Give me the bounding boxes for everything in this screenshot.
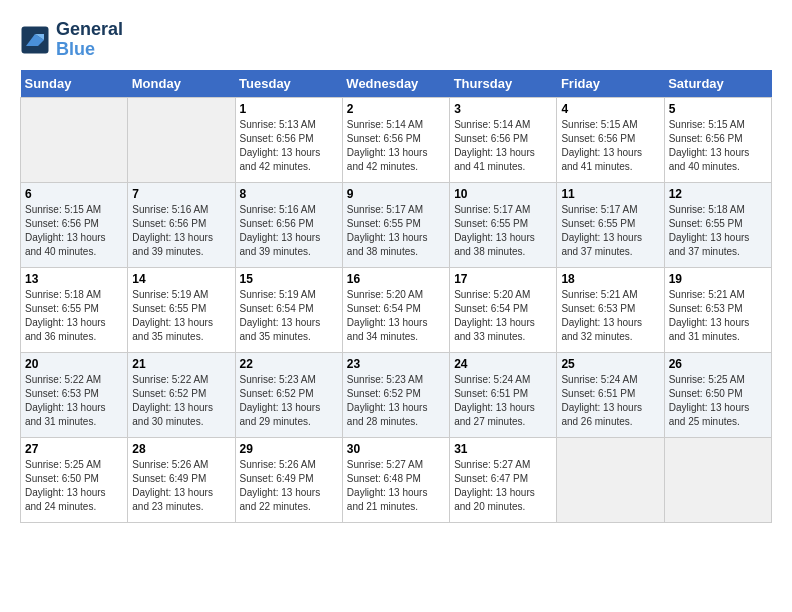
day-info: Sunrise: 5:16 AM Sunset: 6:56 PM Dayligh… (132, 203, 230, 259)
day-info: Sunrise: 5:24 AM Sunset: 6:51 PM Dayligh… (454, 373, 552, 429)
day-info: Sunrise: 5:15 AM Sunset: 6:56 PM Dayligh… (25, 203, 123, 259)
day-number: 11 (561, 187, 659, 201)
calendar-day-header: Thursday (450, 70, 557, 98)
calendar-week-row: 13Sunrise: 5:18 AM Sunset: 6:55 PM Dayli… (21, 267, 772, 352)
day-number: 29 (240, 442, 338, 456)
logo-text: General Blue (56, 20, 123, 60)
day-info: Sunrise: 5:24 AM Sunset: 6:51 PM Dayligh… (561, 373, 659, 429)
day-info: Sunrise: 5:14 AM Sunset: 6:56 PM Dayligh… (347, 118, 445, 174)
calendar-cell: 6Sunrise: 5:15 AM Sunset: 6:56 PM Daylig… (21, 182, 128, 267)
calendar-cell (21, 97, 128, 182)
day-number: 20 (25, 357, 123, 371)
day-info: Sunrise: 5:26 AM Sunset: 6:49 PM Dayligh… (132, 458, 230, 514)
calendar-cell: 20Sunrise: 5:22 AM Sunset: 6:53 PM Dayli… (21, 352, 128, 437)
day-info: Sunrise: 5:19 AM Sunset: 6:54 PM Dayligh… (240, 288, 338, 344)
day-info: Sunrise: 5:14 AM Sunset: 6:56 PM Dayligh… (454, 118, 552, 174)
day-number: 4 (561, 102, 659, 116)
day-number: 16 (347, 272, 445, 286)
calendar-cell: 13Sunrise: 5:18 AM Sunset: 6:55 PM Dayli… (21, 267, 128, 352)
day-number: 19 (669, 272, 767, 286)
calendar-week-row: 20Sunrise: 5:22 AM Sunset: 6:53 PM Dayli… (21, 352, 772, 437)
day-number: 18 (561, 272, 659, 286)
day-info: Sunrise: 5:21 AM Sunset: 6:53 PM Dayligh… (669, 288, 767, 344)
day-number: 14 (132, 272, 230, 286)
day-number: 9 (347, 187, 445, 201)
calendar-cell: 5Sunrise: 5:15 AM Sunset: 6:56 PM Daylig… (664, 97, 771, 182)
day-info: Sunrise: 5:22 AM Sunset: 6:52 PM Dayligh… (132, 373, 230, 429)
day-number: 10 (454, 187, 552, 201)
day-info: Sunrise: 5:27 AM Sunset: 6:47 PM Dayligh… (454, 458, 552, 514)
day-info: Sunrise: 5:20 AM Sunset: 6:54 PM Dayligh… (347, 288, 445, 344)
calendar-cell: 19Sunrise: 5:21 AM Sunset: 6:53 PM Dayli… (664, 267, 771, 352)
calendar-cell: 24Sunrise: 5:24 AM Sunset: 6:51 PM Dayli… (450, 352, 557, 437)
day-info: Sunrise: 5:22 AM Sunset: 6:53 PM Dayligh… (25, 373, 123, 429)
calendar-cell: 29Sunrise: 5:26 AM Sunset: 6:49 PM Dayli… (235, 437, 342, 522)
calendar-cell: 2Sunrise: 5:14 AM Sunset: 6:56 PM Daylig… (342, 97, 449, 182)
day-info: Sunrise: 5:17 AM Sunset: 6:55 PM Dayligh… (454, 203, 552, 259)
day-info: Sunrise: 5:21 AM Sunset: 6:53 PM Dayligh… (561, 288, 659, 344)
day-info: Sunrise: 5:17 AM Sunset: 6:55 PM Dayligh… (347, 203, 445, 259)
calendar-cell: 25Sunrise: 5:24 AM Sunset: 6:51 PM Dayli… (557, 352, 664, 437)
calendar-cell: 4Sunrise: 5:15 AM Sunset: 6:56 PM Daylig… (557, 97, 664, 182)
calendar-week-row: 1Sunrise: 5:13 AM Sunset: 6:56 PM Daylig… (21, 97, 772, 182)
calendar-cell: 11Sunrise: 5:17 AM Sunset: 6:55 PM Dayli… (557, 182, 664, 267)
page-header: General Blue (20, 20, 772, 60)
day-info: Sunrise: 5:27 AM Sunset: 6:48 PM Dayligh… (347, 458, 445, 514)
calendar-cell: 16Sunrise: 5:20 AM Sunset: 6:54 PM Dayli… (342, 267, 449, 352)
day-info: Sunrise: 5:15 AM Sunset: 6:56 PM Dayligh… (561, 118, 659, 174)
calendar-cell: 8Sunrise: 5:16 AM Sunset: 6:56 PM Daylig… (235, 182, 342, 267)
calendar-cell: 31Sunrise: 5:27 AM Sunset: 6:47 PM Dayli… (450, 437, 557, 522)
logo: General Blue (20, 20, 123, 60)
day-info: Sunrise: 5:15 AM Sunset: 6:56 PM Dayligh… (669, 118, 767, 174)
day-info: Sunrise: 5:25 AM Sunset: 6:50 PM Dayligh… (25, 458, 123, 514)
day-number: 26 (669, 357, 767, 371)
calendar-cell: 22Sunrise: 5:23 AM Sunset: 6:52 PM Dayli… (235, 352, 342, 437)
calendar-cell: 21Sunrise: 5:22 AM Sunset: 6:52 PM Dayli… (128, 352, 235, 437)
day-number: 6 (25, 187, 123, 201)
day-number: 24 (454, 357, 552, 371)
day-number: 7 (132, 187, 230, 201)
calendar-header-row: SundayMondayTuesdayWednesdayThursdayFrid… (21, 70, 772, 98)
calendar-week-row: 6Sunrise: 5:15 AM Sunset: 6:56 PM Daylig… (21, 182, 772, 267)
day-number: 21 (132, 357, 230, 371)
day-number: 3 (454, 102, 552, 116)
calendar-week-row: 27Sunrise: 5:25 AM Sunset: 6:50 PM Dayli… (21, 437, 772, 522)
calendar-cell: 18Sunrise: 5:21 AM Sunset: 6:53 PM Dayli… (557, 267, 664, 352)
day-number: 2 (347, 102, 445, 116)
day-info: Sunrise: 5:13 AM Sunset: 6:56 PM Dayligh… (240, 118, 338, 174)
day-number: 1 (240, 102, 338, 116)
day-number: 27 (25, 442, 123, 456)
calendar-day-header: Sunday (21, 70, 128, 98)
day-number: 15 (240, 272, 338, 286)
calendar-cell: 17Sunrise: 5:20 AM Sunset: 6:54 PM Dayli… (450, 267, 557, 352)
calendar-day-header: Saturday (664, 70, 771, 98)
calendar-cell (128, 97, 235, 182)
calendar-cell: 12Sunrise: 5:18 AM Sunset: 6:55 PM Dayli… (664, 182, 771, 267)
calendar-day-header: Tuesday (235, 70, 342, 98)
day-info: Sunrise: 5:16 AM Sunset: 6:56 PM Dayligh… (240, 203, 338, 259)
calendar-cell: 3Sunrise: 5:14 AM Sunset: 6:56 PM Daylig… (450, 97, 557, 182)
day-info: Sunrise: 5:25 AM Sunset: 6:50 PM Dayligh… (669, 373, 767, 429)
calendar-cell: 1Sunrise: 5:13 AM Sunset: 6:56 PM Daylig… (235, 97, 342, 182)
day-info: Sunrise: 5:17 AM Sunset: 6:55 PM Dayligh… (561, 203, 659, 259)
day-number: 5 (669, 102, 767, 116)
day-info: Sunrise: 5:26 AM Sunset: 6:49 PM Dayligh… (240, 458, 338, 514)
calendar-cell: 10Sunrise: 5:17 AM Sunset: 6:55 PM Dayli… (450, 182, 557, 267)
day-number: 25 (561, 357, 659, 371)
calendar-day-header: Friday (557, 70, 664, 98)
day-number: 13 (25, 272, 123, 286)
calendar-cell: 14Sunrise: 5:19 AM Sunset: 6:55 PM Dayli… (128, 267, 235, 352)
day-number: 22 (240, 357, 338, 371)
calendar-cell: 7Sunrise: 5:16 AM Sunset: 6:56 PM Daylig… (128, 182, 235, 267)
day-number: 17 (454, 272, 552, 286)
day-info: Sunrise: 5:18 AM Sunset: 6:55 PM Dayligh… (669, 203, 767, 259)
logo-icon (20, 25, 50, 55)
calendar-cell: 27Sunrise: 5:25 AM Sunset: 6:50 PM Dayli… (21, 437, 128, 522)
day-number: 28 (132, 442, 230, 456)
day-number: 31 (454, 442, 552, 456)
calendar-cell: 23Sunrise: 5:23 AM Sunset: 6:52 PM Dayli… (342, 352, 449, 437)
calendar-day-header: Wednesday (342, 70, 449, 98)
calendar-table: SundayMondayTuesdayWednesdayThursdayFrid… (20, 70, 772, 523)
calendar-cell: 26Sunrise: 5:25 AM Sunset: 6:50 PM Dayli… (664, 352, 771, 437)
day-info: Sunrise: 5:20 AM Sunset: 6:54 PM Dayligh… (454, 288, 552, 344)
